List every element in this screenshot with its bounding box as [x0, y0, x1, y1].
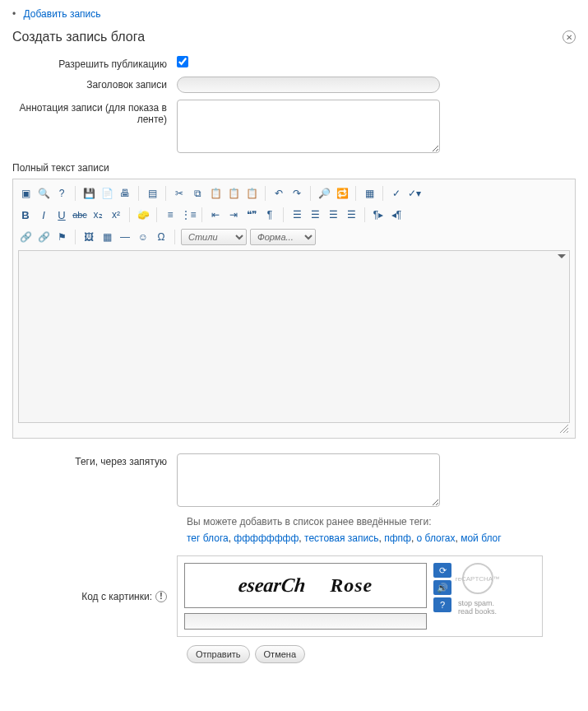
special-char-icon[interactable]: Ω — [154, 230, 169, 244]
tag-link[interactable]: пфпф — [384, 532, 411, 544]
strike-icon[interactable]: abc — [72, 207, 87, 222]
tags-suggestions: тег блога, фффффффф, тестовая запись, пф… — [187, 532, 576, 544]
ordered-list-icon[interactable]: ≡ — [163, 207, 178, 222]
captcha-image: esearCh Rose — [184, 563, 427, 608]
format-select[interactable]: Форма... — [250, 229, 316, 245]
align-right-icon[interactable]: ☰ — [326, 207, 340, 222]
add-entry-link[interactable]: Добавить запись — [24, 8, 101, 20]
annotation-label: Аннотация записи (для показа в ленте) — [12, 100, 177, 125]
entry-title-label: Заголовок записи — [12, 77, 177, 91]
captcha-help-icon[interactable]: ? — [433, 597, 451, 612]
redo-icon[interactable]: ↷ — [289, 186, 304, 201]
captcha-audio-icon[interactable]: 🔊 — [433, 580, 451, 595]
find-icon[interactable]: 🔎 — [317, 186, 331, 201]
save-icon[interactable]: 💾 — [81, 186, 96, 201]
templates-icon[interactable]: ▤ — [145, 186, 160, 201]
full-text-label: Полный текст записи — [12, 162, 576, 174]
tag-link[interactable]: о блогах — [417, 532, 456, 544]
required-icon: ! — [155, 591, 167, 602]
captcha-widget: esearCh Rose ⟳ 🔊 ? reCAPTCHA™ stop spam.… — [177, 555, 543, 637]
image-icon[interactable]: 🖼 — [81, 230, 96, 244]
resize-handle[interactable] — [18, 423, 570, 433]
paste-word-icon[interactable]: 📋 — [244, 186, 259, 201]
print-icon[interactable]: 🖶 — [118, 186, 132, 201]
paste-text-icon[interactable]: 📋 — [226, 186, 241, 201]
captcha-label: Код с картинки: — [81, 591, 152, 602]
page-title: Создать запись блога — [12, 30, 145, 44]
superscript-icon[interactable]: x² — [109, 207, 123, 222]
copy-icon[interactable]: ⧉ — [190, 186, 205, 201]
tags-help-text: Вы можете добавить в список ранее введён… — [187, 516, 576, 527]
rich-text-editor: ▣ 🔍 ? 💾 📄 🖶 ▤ ✂ ⧉ 📋 📋 📋 ↶ ↷ 🔎 🔁 ▦ ✓ ✓▾ B… — [12, 179, 576, 439]
tags-textarea[interactable] — [177, 453, 440, 507]
styles-select[interactable]: Стили — [181, 229, 247, 245]
annotation-textarea[interactable] — [177, 100, 440, 153]
underline-icon[interactable]: U — [54, 207, 69, 222]
captcha-input[interactable] — [184, 613, 427, 630]
tag-link[interactable]: фффффффф — [234, 532, 299, 544]
paste-icon[interactable]: 📋 — [208, 186, 223, 201]
smiley-icon[interactable]: ☺ — [136, 230, 150, 244]
preview-icon[interactable]: 🔍 — [36, 186, 51, 201]
recaptcha-logo-icon: reCAPTCHA™ — [462, 563, 493, 594]
hr-icon[interactable]: — — [118, 230, 132, 244]
align-left-icon[interactable]: ☰ — [289, 207, 304, 222]
new-page-icon[interactable]: 📄 — [100, 186, 114, 201]
rtl-icon[interactable]: ◂¶ — [389, 207, 404, 222]
subscript-icon[interactable]: x₂ — [90, 207, 105, 222]
spellcheck-icon[interactable]: ✓ — [389, 186, 404, 201]
tags-label: Теги, через запятую — [12, 453, 177, 467]
div-icon[interactable]: ¶ — [262, 207, 277, 222]
anchor-icon[interactable]: ⚑ — [54, 230, 69, 244]
remove-format-icon[interactable]: 🧽 — [136, 207, 150, 222]
help-icon[interactable]: ? — [54, 186, 69, 201]
link-icon[interactable]: 🔗 — [18, 230, 33, 244]
collapse-toolbar-icon[interactable] — [558, 254, 566, 258]
align-justify-icon[interactable]: ☰ — [344, 207, 359, 222]
unlink-icon[interactable]: 🔗 — [36, 230, 51, 244]
table-icon[interactable]: ▦ — [100, 230, 114, 244]
captcha-refresh-icon[interactable]: ⟳ — [433, 563, 451, 578]
bold-icon[interactable]: B — [18, 207, 33, 222]
publish-label: Разрешить публикацию — [12, 56, 177, 70]
outdent-icon[interactable]: ⇤ — [208, 207, 223, 222]
unordered-list-icon[interactable]: ⋮≡ — [181, 207, 196, 222]
recaptcha-tagline: stop spam. read books. — [458, 599, 497, 616]
tag-link[interactable]: тег блога — [187, 532, 229, 544]
undo-icon[interactable]: ↶ — [271, 186, 286, 201]
cancel-button[interactable]: Отмена — [255, 645, 305, 663]
blockquote-icon[interactable]: ❝❞ — [244, 207, 259, 222]
tag-link[interactable]: мой блог — [461, 532, 501, 544]
full-text-textarea[interactable] — [19, 251, 569, 420]
close-icon[interactable]: ✕ — [563, 30, 576, 44]
ltr-icon[interactable]: ¶▸ — [371, 207, 386, 222]
cut-icon[interactable]: ✂ — [172, 186, 187, 201]
source-icon[interactable]: ▣ — [18, 186, 33, 201]
italic-icon[interactable]: I — [36, 207, 51, 222]
replace-icon[interactable]: 🔁 — [335, 186, 350, 201]
spellcheck-lang-icon[interactable]: ✓▾ — [407, 186, 422, 201]
select-all-icon[interactable]: ▦ — [362, 186, 377, 201]
publish-checkbox[interactable] — [177, 56, 188, 67]
align-center-icon[interactable]: ☰ — [308, 207, 322, 222]
tag-link[interactable]: тестовая запись — [304, 532, 378, 544]
indent-icon[interactable]: ⇥ — [226, 207, 241, 222]
entry-title-input[interactable] — [177, 77, 440, 93]
submit-button[interactable]: Отправить — [187, 645, 250, 663]
